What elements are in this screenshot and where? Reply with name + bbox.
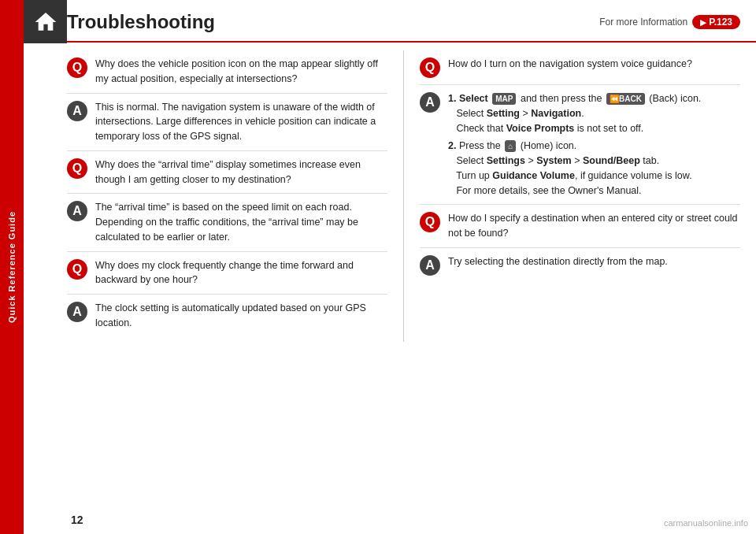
arrow-icon: ▶ bbox=[700, 18, 706, 27]
page-ref-number: P.123 bbox=[709, 17, 732, 28]
qa-text-q5: How do I specify a destination when an e… bbox=[448, 211, 740, 241]
step2-line1: 2. Press the ⌂ (Home) icon. bbox=[448, 139, 740, 154]
right-qa-section: Q How do I turn on the navigation system… bbox=[420, 50, 740, 282]
q-icon-3: Q bbox=[67, 259, 87, 280]
step1-line3: Check that Voice Prompts is not set to o… bbox=[448, 121, 740, 136]
navigation-label: Navigation bbox=[531, 108, 581, 119]
page-header: Troubleshooting For more Information ▶ P… bbox=[67, 0, 756, 43]
qa-block-a2: A The “arrival time” is based on the spe… bbox=[67, 194, 387, 251]
q-icon-1: Q bbox=[67, 57, 87, 78]
qa-text-a1: This is normal. The navigation system is… bbox=[95, 100, 387, 144]
main-content: Troubleshooting For more Information ▶ P… bbox=[67, 0, 756, 534]
left-column: Q Why does the vehicle position icon on … bbox=[67, 50, 404, 342]
voice-prompts-label: Voice Prompts bbox=[506, 123, 575, 134]
back-button-icon: ⏪BACK bbox=[606, 93, 645, 105]
map-button-icon: MAP bbox=[492, 93, 516, 105]
qa-block-q4: Q How do I turn on the navigation system… bbox=[420, 50, 740, 85]
qa-block-q1: Q Why does the vehicle position icon on … bbox=[67, 50, 387, 94]
a-icon-4: A bbox=[420, 92, 440, 113]
qa-text-a2: The “arrival time” is based on the speed… bbox=[95, 200, 387, 244]
more-info-label: For more Information bbox=[599, 17, 687, 28]
qa-text-a3: The clock setting is automatically updat… bbox=[95, 301, 387, 331]
page-ref-badge: ▶ P.123 bbox=[692, 15, 740, 29]
a-icon-3: A bbox=[67, 302, 87, 322]
home-icon-box bbox=[24, 0, 67, 43]
q-icon-2: Q bbox=[67, 158, 87, 179]
sidebar: Quick Reference Guide bbox=[0, 0, 24, 534]
step1-end-text: (Back) icon. bbox=[649, 93, 701, 104]
two-col-layout: Q Why does the vehicle position icon on … bbox=[67, 50, 756, 342]
more-info-section: For more Information ▶ P.123 bbox=[599, 15, 740, 29]
step1-num: 1. Select bbox=[448, 93, 488, 104]
qa-block-q3: Q Why does my clock frequently change th… bbox=[67, 252, 387, 295]
qa-block-q5: Q How do I specify a destination when an… bbox=[420, 205, 740, 248]
qa-text-q1: Why does the vehicle position icon on th… bbox=[95, 57, 387, 87]
step2-line4: For more details, see the Owner's Manual… bbox=[448, 184, 740, 198]
qa-text-a4: 1. Select MAP and then press the ⏪BACK (… bbox=[448, 91, 740, 198]
page-title: Troubleshooting bbox=[67, 11, 215, 33]
qa-block-a4: A 1. Select MAP and then press the ⏪BACK… bbox=[420, 85, 740, 205]
step2-home-text: (Home) icon. bbox=[521, 140, 577, 151]
qa-text-q4: How do I turn on the navigation system v… bbox=[448, 57, 740, 72]
a-icon-2: A bbox=[67, 201, 87, 221]
left-qa-section: Q Why does the vehicle position icon on … bbox=[67, 50, 387, 337]
watermark: carmanualsonline.info bbox=[664, 518, 748, 528]
sound-beep-label: Sound/Beep bbox=[583, 155, 640, 166]
home-icon bbox=[33, 9, 58, 35]
home-button-icon: ⌂ bbox=[505, 140, 516, 152]
step2-line3: Turn up Guidance Volume, if guidance vol… bbox=[448, 169, 740, 184]
step1-mid-text: and then press the bbox=[521, 93, 605, 104]
sidebar-label: Quick Reference Guide bbox=[7, 211, 17, 323]
qa-block-a3: A The clock setting is automatically upd… bbox=[67, 295, 387, 337]
qa-block-a5: A Try selecting the destination directly… bbox=[420, 248, 740, 282]
step2-line2: Select Settings > System > Sound/Beep ta… bbox=[448, 154, 740, 169]
qa-text-q3: Why does my clock frequently change the … bbox=[95, 258, 387, 288]
qa-text-a5: Try selecting the destination directly f… bbox=[448, 254, 740, 269]
qa-text-q2: Why does the “arrival time” display some… bbox=[95, 158, 387, 187]
qa-block-a1: A This is normal. The navigation system … bbox=[67, 94, 387, 151]
settings-label: Settings bbox=[487, 155, 525, 166]
q-icon-5: Q bbox=[420, 212, 440, 232]
setting-label: Setting bbox=[487, 108, 520, 119]
right-column: Q How do I turn on the navigation system… bbox=[404, 50, 740, 342]
a-icon-1: A bbox=[67, 101, 87, 121]
step1-line2: Select Setting > Navigation. bbox=[448, 106, 740, 121]
guidance-volume-label: Guidance Volume bbox=[492, 170, 575, 181]
step1-line1: 1. Select MAP and then press the ⏪BACK (… bbox=[448, 91, 740, 106]
a-icon-5: A bbox=[420, 255, 440, 276]
q-icon-4: Q bbox=[420, 57, 440, 78]
page-number: 12 bbox=[71, 514, 83, 526]
qa-block-q2: Q Why does the “arrival time” display so… bbox=[67, 151, 387, 195]
step2-num: 2. bbox=[448, 140, 456, 151]
system-label: System bbox=[536, 155, 571, 166]
